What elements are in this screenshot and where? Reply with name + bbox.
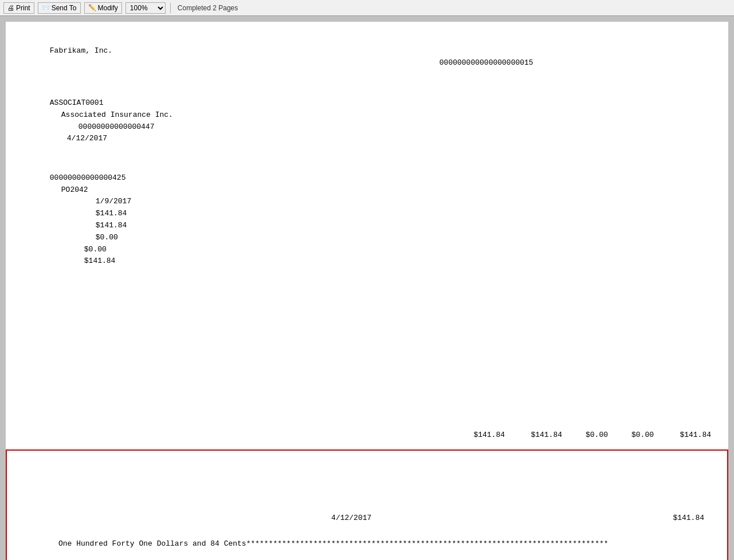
summary-amount4: $0.00 xyxy=(608,431,654,439)
amount1-top: $141.84 xyxy=(96,209,127,218)
payment-date-top: 4/12/2017 xyxy=(67,134,107,143)
check-spacer-2 xyxy=(24,522,710,539)
send-icon: 📨 xyxy=(42,4,50,11)
modify-icon: ✏️ xyxy=(88,4,96,11)
print-button[interactable]: 🖨 Print xyxy=(3,2,34,14)
written-amount-line: One Hundred Forty One Dollars and 84 Cen… xyxy=(24,539,710,548)
check-top-spacer xyxy=(24,468,710,514)
top-section: Fabrikam, Inc. 000000000000000000015 ASS… xyxy=(6,22,728,449)
amount3-top: $0.00 xyxy=(96,233,118,242)
printer-icon: 🖨 xyxy=(7,4,14,12)
summary-amount1: $141.84 xyxy=(448,431,505,439)
invoice-line-top: 00000000000000425 PO2042 1/9/2017 $141.8… xyxy=(23,160,711,279)
summary-amount2: $141.84 xyxy=(505,431,562,439)
invoice-id-top: 00000000000000425 xyxy=(50,173,126,182)
content-area: Fabrikam, Inc. 000000000000000000015 ASS… xyxy=(0,16,734,560)
check-date: 4/12/2017 xyxy=(331,514,371,522)
vendor-name-top: Associated Insurance Inc. xyxy=(61,111,173,119)
amount5-top: $141.84 xyxy=(84,257,116,265)
check-section: 4/12/2017 $141.84 One Hundred Forty One … xyxy=(6,449,728,560)
amount4-top: $0.00 xyxy=(84,245,107,254)
vendor-id-top: ASSOCIAT0001 xyxy=(50,98,104,107)
amount-stars: ****************************************… xyxy=(246,539,609,548)
toolbar-status: Completed 2 Pages xyxy=(178,4,238,12)
modify-button[interactable]: ✏️ Modify xyxy=(84,2,122,14)
summary-amount5: $141.84 xyxy=(654,431,711,439)
summary-line-top xyxy=(23,371,711,431)
vendor-line-top: ASSOCIAT0001 Associated Insurance Inc. 0… xyxy=(23,85,711,157)
invoice-date-top: 1/9/2017 xyxy=(96,197,131,206)
check-date-amount-row: 4/12/2017 $141.84 xyxy=(24,514,710,522)
print-label: Print xyxy=(16,4,30,12)
check-spacer-3 xyxy=(24,548,710,560)
toolbar-separator xyxy=(170,3,171,13)
send-to-button[interactable]: 📨 Send To xyxy=(38,2,81,14)
check-amount: $141.84 xyxy=(673,514,704,522)
toolbar: 🖨 Print 📨 Send To ✏️ Modify 100% 50% 75%… xyxy=(0,0,734,16)
check-number-top: 000000000000000000015 xyxy=(439,58,533,67)
zoom-select[interactable]: 100% 50% 75% 125% 150% xyxy=(125,2,166,14)
payment-ref-top: 00000000000000447 xyxy=(78,123,155,131)
summary-row-top: $141.84 $141.84 $0.00 $0.00 $141.84 xyxy=(23,431,711,444)
summary-amount3: $0.00 xyxy=(562,431,608,439)
company-name-top: Fabrikam, Inc. xyxy=(50,46,112,55)
po-number-top: PO2042 xyxy=(61,186,88,194)
modify-label: Modify xyxy=(98,4,118,12)
company-line-top: Fabrikam, Inc. 000000000000000000015 xyxy=(23,33,711,81)
written-amount-text: One Hundred Forty One Dollars and 84 Cen… xyxy=(58,539,246,548)
send-to-label: Send To xyxy=(52,4,77,12)
amount2-top: $141.84 xyxy=(96,221,127,230)
